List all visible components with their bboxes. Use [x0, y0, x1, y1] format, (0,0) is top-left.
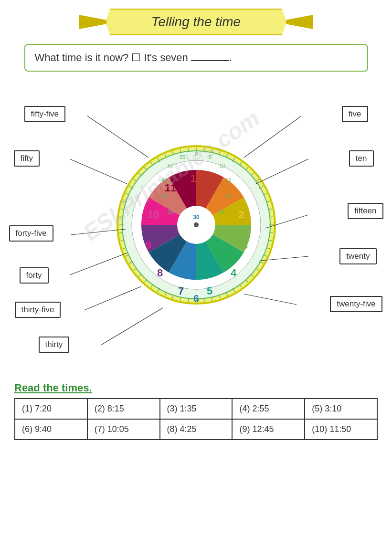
read-title: Read the times.	[14, 382, 378, 394]
question-box: What time is it now? ☐ It's seven .	[24, 44, 368, 72]
svg-line-48	[188, 299, 189, 302]
label-forty-five: forty-five	[9, 225, 53, 242]
period: .	[229, 52, 232, 63]
svg-text:5: 5	[206, 285, 212, 297]
svg-text:4: 4	[230, 267, 236, 279]
svg-text:11: 11	[164, 182, 176, 194]
answer-blank	[191, 60, 229, 61]
svg-line-46	[204, 299, 204, 302]
svg-text:0: 0	[194, 151, 197, 157]
svg-text:3: 3	[242, 239, 247, 251]
svg-text:1: 1	[221, 182, 226, 194]
svg-text:40: 40	[161, 193, 167, 199]
label-ten: ten	[349, 150, 374, 167]
svg-text:25: 25	[219, 209, 224, 215]
table-row: (1) 7:20 (2) 8:15 (3) 1:35 (4) 2:55 (5) …	[15, 399, 377, 419]
times-table: (1) 7:20 (2) 8:15 (3) 1:35 (4) 2:55 (5) …	[14, 398, 378, 440]
label-fifteen: fifteen	[348, 203, 383, 219]
clock-area: 12 1 2 3 4 5 6 7 8 9 10 11	[0, 81, 392, 377]
svg-text:7: 7	[178, 285, 183, 297]
time-cell: (1) 7:20	[15, 399, 87, 419]
svg-text:10: 10	[219, 163, 224, 168]
svg-line-76	[188, 148, 189, 151]
svg-text:5: 5	[208, 154, 211, 160]
label-fifty-five: fifty-five	[24, 106, 66, 122]
page-title: Telling the time	[106, 9, 287, 35]
answer-prefix: It's seven	[144, 52, 188, 63]
table-row: (6) 9:40 (7) 10:05 (8) 4:25 (9) 12:45 (1…	[15, 419, 377, 440]
arrow-icon: ☐	[131, 52, 144, 63]
svg-line-33	[270, 232, 273, 233]
clock-visual: 12 1 2 3 4 5 6 7 8 9 10 11	[115, 144, 277, 308]
svg-text:2: 2	[238, 209, 244, 221]
label-forty: forty	[20, 267, 49, 284]
svg-text:9: 9	[145, 239, 151, 251]
svg-text:10: 10	[147, 209, 159, 221]
time-cell: (5) 3:10	[305, 399, 377, 419]
time-cell: (3) 1:35	[160, 399, 233, 419]
label-five: five	[342, 106, 368, 122]
time-cell: (9) 12:45	[232, 419, 305, 440]
label-twenty-five: twenty-five	[330, 296, 382, 312]
label-thirty: thirty	[39, 337, 70, 353]
svg-text:20: 20	[225, 193, 231, 199]
svg-text:8: 8	[157, 267, 162, 279]
read-section: Read the times. (1) 7:20 (2) 8:15 (3) 1:…	[14, 382, 378, 440]
svg-text:50: 50	[167, 163, 173, 168]
svg-text:12: 12	[190, 172, 201, 184]
svg-text:55: 55	[179, 154, 185, 160]
svg-line-31	[270, 217, 273, 217]
svg-text:15: 15	[225, 177, 231, 183]
time-cell: (7) 10:05	[87, 419, 160, 440]
svg-line-61	[119, 232, 122, 233]
time-cell: (6) 9:40	[15, 419, 87, 440]
label-thirty-five: thirty-five	[15, 302, 61, 318]
svg-line-63	[119, 217, 122, 217]
svg-point-4	[194, 222, 199, 227]
banner-container: Telling the time	[0, 9, 392, 35]
svg-text:35: 35	[167, 209, 173, 215]
time-cell: (10) 11:50	[305, 419, 377, 440]
label-twenty: twenty	[339, 248, 376, 264]
svg-text:30: 30	[193, 214, 200, 221]
svg-line-94	[101, 308, 163, 345]
svg-line-18	[204, 148, 204, 151]
time-cell: (2) 8:15	[87, 399, 160, 419]
svg-text:45: 45	[161, 177, 167, 183]
time-cell: (8) 4:25	[160, 419, 233, 440]
label-fifty: fifty	[14, 150, 40, 167]
time-cell: (4) 2:55	[232, 399, 305, 419]
question-text: What time is it now?	[35, 52, 129, 63]
